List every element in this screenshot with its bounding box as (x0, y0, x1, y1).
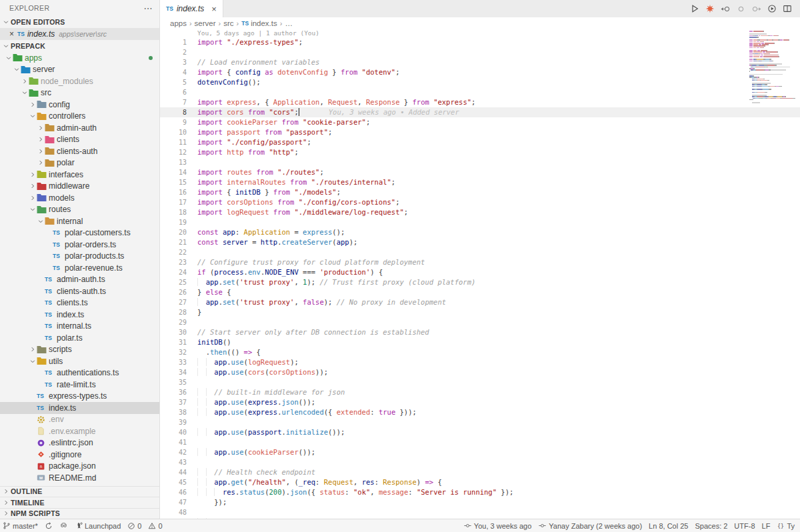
tree-item-.eslintrc.json[interactable]: .eslintrc.json (0, 437, 159, 449)
code-line-36[interactable]: 36 // built-in middleware for json (160, 387, 800, 397)
tree-item-README.md[interactable]: MREADME.md (0, 472, 159, 484)
encoding[interactable]: UTF-8 (734, 522, 755, 530)
tree-item-controllers[interactable]: controllers (0, 111, 159, 123)
code-line-49[interactable]: 49 // API routes (160, 517, 800, 519)
code-line-8[interactable]: 8import cors from "cors";You, 3 weeks ag… (160, 107, 800, 117)
tab-index-ts[interactable]: TS index.ts × (160, 0, 223, 17)
tree-item-polar-revenue.ts[interactable]: TSpolar-revenue.ts (0, 262, 159, 274)
tree-item-rate-limit.ts[interactable]: TSrate-limit.ts (0, 379, 159, 391)
code-line-47[interactable]: 47 }); (160, 497, 800, 507)
code-line-48[interactable]: 48 (160, 507, 800, 517)
tree-item-clients-auth[interactable]: clients-auth (0, 145, 159, 157)
tree-item-internal[interactable]: internal (0, 215, 159, 227)
tree-item-polar-orders.ts[interactable]: TSpolar-orders.ts (0, 239, 159, 251)
code-line-40[interactable]: 40 app.use(passport.initialize()); (160, 427, 800, 437)
breadcrumb-item[interactable]: … (285, 19, 293, 27)
extension-status[interactable] (59, 522, 68, 529)
tree-item-node-modules[interactable]: node_modules (0, 75, 159, 87)
tree-item-polar.ts[interactable]: TSpolar.ts (0, 332, 159, 344)
code-line-46[interactable]: 46 res.status(200).json({ status: "ok", … (160, 487, 800, 497)
tree-item-internal.ts[interactable]: TSinternal.ts (0, 321, 159, 333)
code-line-33[interactable]: 33 app.use(logRequest); (160, 357, 800, 367)
indentation[interactable]: Spaces: 2 (695, 522, 727, 530)
code-editor[interactable]: You, 5 days ago | 1 author (You) 1import… (160, 29, 800, 519)
tree-item-admin-auth[interactable]: admin-auth (0, 122, 159, 134)
minimap[interactable] (749, 31, 797, 103)
tree-item-express-types.ts[interactable]: TSexpress-types.ts (0, 391, 159, 403)
open-editor-item[interactable]: × TS index.ts apps\server\src (0, 28, 159, 40)
code-line-35[interactable]: 35 (160, 377, 800, 387)
code-line-10[interactable]: 10import passport from "passport"; (160, 127, 800, 137)
code-line-30[interactable]: 30// Start server only after DB connecti… (160, 327, 800, 337)
explorer-more-actions-icon[interactable]: ⋯ (144, 3, 153, 13)
tree-item-clients[interactable]: clients (0, 134, 159, 146)
tree-item-config[interactable]: config (0, 99, 159, 111)
tree-item-polar-customers.ts[interactable]: TSpolar-customers.ts (0, 227, 159, 239)
code-line-39[interactable]: 39 (160, 417, 800, 427)
circle-plain-icon[interactable] (737, 5, 745, 13)
code-line-6[interactable]: 6 (160, 87, 800, 97)
code-line-25[interactable]: 25 app.set('trust proxy', 1); // Trust f… (160, 277, 800, 287)
git-branch-status[interactable]: master* (3, 521, 38, 530)
npm-scripts-section[interactable]: NPM SCRIPTS (0, 508, 159, 519)
tree-item-routes[interactable]: routes (0, 204, 159, 216)
timeline-section[interactable]: TIMELINE (0, 497, 159, 508)
code-line-23[interactable]: 23// Configure trust proxy for cloud pla… (160, 257, 800, 267)
code-line-15[interactable]: 15import internalRoutes from "./routes/i… (160, 177, 800, 187)
code-line-17[interactable]: 17import corsOptions from "./config/cors… (160, 197, 800, 207)
tree-item-authentications.ts[interactable]: TSauthentications.ts (0, 367, 159, 379)
outline-section[interactable]: OUTLINE (0, 486, 159, 497)
code-line-27[interactable]: 27 app.set('trust proxy', false); // No … (160, 297, 800, 307)
code-line-37[interactable]: 37 app.use(express.json()); (160, 397, 800, 407)
eol[interactable]: LF (762, 522, 771, 530)
code-line-43[interactable]: 43 (160, 457, 800, 467)
code-line-19[interactable]: 19 (160, 217, 800, 227)
launchpad-status[interactable]: Launchpad (75, 522, 121, 530)
code-line-42[interactable]: 42 app.use(cookieParser()); (160, 447, 800, 457)
code-line-31[interactable]: 31initDB() (160, 337, 800, 347)
language-mode[interactable]: {}Ty (777, 522, 795, 530)
breadcrumb-item[interactable]: apps (170, 19, 187, 27)
code-line-2[interactable]: 2 (160, 47, 800, 57)
code-line-20[interactable]: 20const app: Application = express(); (160, 227, 800, 237)
code-line-16[interactable]: 16import { initDB } from "./models"; (160, 187, 800, 197)
breadcrumb-item[interactable]: server (195, 19, 216, 27)
back-circle-icon[interactable] (721, 5, 731, 13)
tree-item-apps[interactable]: apps (0, 52, 159, 64)
tree-item-scripts[interactable]: scripts (0, 344, 159, 356)
code-line-12[interactable]: 12import http from "http"; (160, 147, 800, 157)
code-line-21[interactable]: 21const server = http.createServer(app); (160, 237, 800, 247)
tree-item-middleware[interactable]: middleware (0, 181, 159, 193)
code-line-29[interactable]: 29 (160, 317, 800, 327)
code-line-4[interactable]: 4import { config as dotenvConfig } from … (160, 67, 800, 77)
code-line-44[interactable]: 44 // Health check endpoint (160, 467, 800, 477)
errors-status[interactable]: 0 (127, 522, 141, 530)
code-line-18[interactable]: 18import logRequest from "./middleware/l… (160, 207, 800, 217)
tree-item-clients-auth.ts[interactable]: TSclients-auth.ts (0, 285, 159, 297)
tree-item-.env[interactable]: .env (0, 414, 159, 426)
tree-item-utils[interactable]: utils (0, 355, 159, 367)
code-line-5[interactable]: 5dotenvConfig(); (160, 77, 800, 87)
code-line-41[interactable]: 41 (160, 437, 800, 447)
code-line-7[interactable]: 7import express, { Application, Request,… (160, 97, 800, 107)
workspace-section[interactable]: PREPACK (0, 40, 159, 52)
code-line-3[interactable]: 3// Load environment variables (160, 57, 800, 67)
code-line-45[interactable]: 45 app.get("/health", (_req: Request, re… (160, 477, 800, 487)
code-line-14[interactable]: 14import routes from "./routes"; (160, 167, 800, 177)
tree-item-src[interactable]: src (0, 87, 159, 99)
code-line-11[interactable]: 11import "./config/passport"; (160, 137, 800, 147)
cursor-position[interactable]: Ln 8, Col 25 (649, 522, 688, 530)
tree-item-admin-auth.ts[interactable]: TSadmin-auth.ts (0, 274, 159, 286)
tree-item-index.ts[interactable]: TSindex.ts (0, 402, 159, 414)
open-editors-section[interactable]: OPEN EDITORS (0, 16, 159, 28)
split-icon[interactable] (783, 4, 792, 13)
breadcrumb-item[interactable]: TSindex.ts (241, 19, 277, 27)
warnings-status[interactable]: 0 (148, 522, 162, 530)
code-line-22[interactable]: 22 (160, 247, 800, 257)
tree-item-.gitignore[interactable]: .gitignore (0, 449, 159, 461)
code-line-1[interactable]: 1import "./express-types"; (160, 37, 800, 47)
starburst-icon[interactable] (705, 4, 715, 13)
blame-status[interactable]: You, 3 weeks ago (463, 522, 531, 530)
play-circle-icon[interactable] (767, 4, 777, 13)
code-line-26[interactable]: 26} else { (160, 287, 800, 297)
